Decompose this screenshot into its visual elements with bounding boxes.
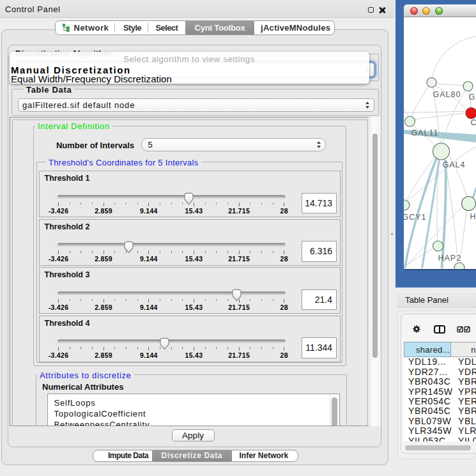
svg-text:HI: HI (470, 212, 476, 221)
svg-text:CY: CY (470, 118, 476, 127)
svg-text:GAL80: GAL80 (433, 90, 461, 99)
svg-text:GAL11: GAL11 (411, 128, 438, 137)
svg-text:GAL4: GAL4 (442, 160, 465, 169)
svg-text:HAP2: HAP2 (438, 254, 461, 263)
svg-text:GCY1: GCY1 (404, 213, 427, 222)
svg-text:GAL: GAL (468, 93, 476, 102)
